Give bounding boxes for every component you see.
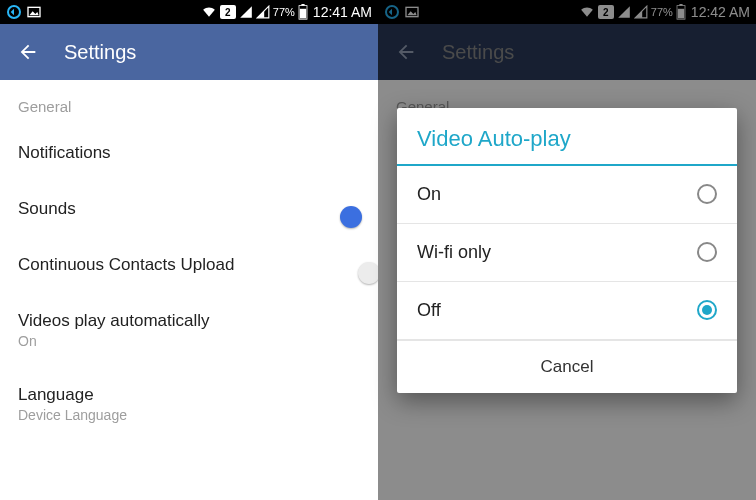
row-notifications[interactable]: Notifications	[0, 125, 378, 181]
section-general: General	[0, 80, 378, 125]
phone-left: 2 77% 12:41 AM Settings General Notifica…	[0, 0, 378, 500]
picture-icon	[26, 4, 42, 20]
option-label: Wi-fi only	[417, 242, 491, 263]
option-label: On	[417, 184, 441, 205]
option-on[interactable]: On	[397, 166, 737, 224]
status-bar: 2 77% 12:41 AM	[0, 0, 378, 24]
row-label: Language	[18, 385, 127, 405]
back-button[interactable]	[16, 40, 40, 64]
row-label: Sounds	[18, 199, 76, 219]
radio-icon	[697, 242, 717, 262]
signal-icon	[239, 5, 253, 19]
row-sounds[interactable]: Sounds	[0, 181, 378, 237]
wifi-icon	[201, 5, 217, 19]
option-off[interactable]: Off	[397, 282, 737, 340]
option-wifi[interactable]: Wi-fi only	[397, 224, 737, 282]
app-bar: Settings	[0, 24, 378, 80]
option-label: Off	[417, 300, 441, 321]
phone-right: 2 77% 12:42 AM Settings General Video Au…	[378, 0, 756, 500]
row-contacts-upload[interactable]: Continuous Contacts Upload	[0, 237, 378, 293]
page-title: Settings	[64, 41, 136, 64]
row-video-autoplay[interactable]: Videos play automatically On	[0, 293, 378, 367]
row-language[interactable]: Language Device Language	[0, 367, 378, 427]
settings-content: General Notifications Sounds Continuous …	[0, 80, 378, 500]
row-label: Continuous Contacts Upload	[18, 255, 234, 275]
row-label: Notifications	[18, 143, 111, 163]
battery-pct: 77%	[273, 6, 295, 18]
row-value: On	[18, 333, 210, 349]
radio-icon	[697, 184, 717, 204]
battery-icon	[298, 4, 308, 20]
row-value: Device Language	[18, 407, 127, 423]
sync-icon	[6, 4, 22, 20]
dialog-scrim[interactable]: Video Auto-play On Wi-fi only Off Cancel	[378, 0, 756, 500]
cancel-button[interactable]: Cancel	[397, 340, 737, 393]
sim-indicator: 2	[220, 5, 236, 19]
svg-rect-3	[301, 4, 304, 6]
row-label: Videos play automatically	[18, 311, 210, 331]
video-autoplay-dialog: Video Auto-play On Wi-fi only Off Cancel	[397, 108, 737, 393]
clock: 12:41 AM	[313, 4, 372, 20]
svg-rect-4	[300, 9, 306, 19]
signal-icon-2	[256, 5, 270, 19]
dialog-title: Video Auto-play	[397, 108, 737, 164]
radio-icon-selected	[697, 300, 717, 320]
